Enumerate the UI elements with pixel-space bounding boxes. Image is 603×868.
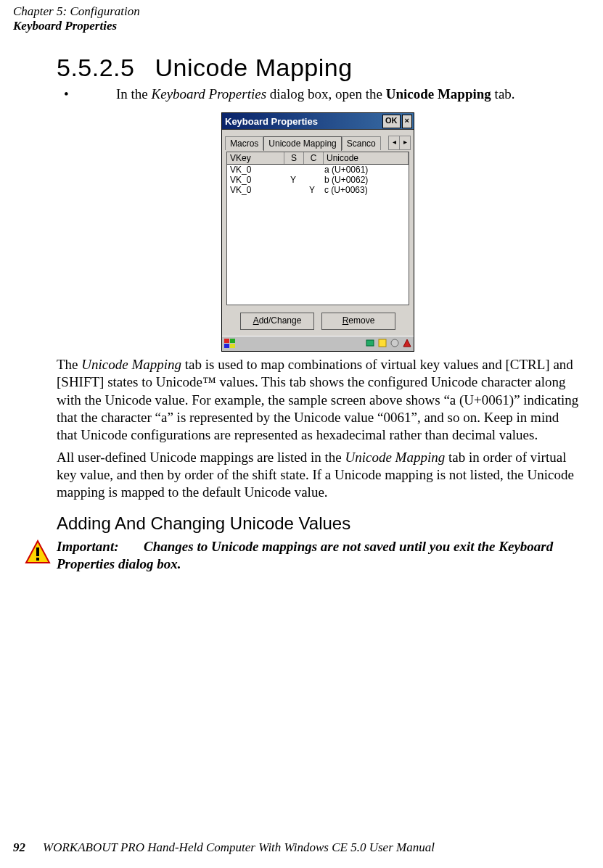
page-header: Chapter 5: Configuration Keyboard Proper… [13, 4, 140, 34]
col-unicode[interactable]: Unicode [324, 152, 409, 164]
svg-rect-7 [36, 547, 39, 556]
page-number: 92 [13, 840, 25, 854]
instruction-bullet: •In the Keyboard Properties dialog box, … [90, 86, 579, 102]
tab-macros[interactable]: Macros [225, 136, 263, 150]
chapter-line: Chapter 5: Configuration [13, 4, 140, 19]
important-note: Important:Changes to Unicode mappings ar… [25, 538, 579, 574]
svg-rect-4 [366, 340, 374, 346]
tray-icon[interactable] [365, 338, 375, 350]
important-text: Important:Changes to Unicode mappings ar… [57, 538, 579, 574]
list-header: VKey S C Unicode [227, 152, 409, 165]
svg-rect-3 [230, 344, 235, 348]
svg-rect-5 [379, 339, 386, 347]
tab-right-icon[interactable]: ▸ [399, 136, 410, 149]
col-shift[interactable]: S [284, 152, 304, 164]
footer-text: WORKABOUT PRO Hand-Held Computer With Wi… [43, 840, 435, 854]
tab-scancode[interactable]: Scanco [342, 136, 381, 150]
mapping-list: VKey S C Unicode VK_0 a (U+0061) VK_0 Y … [226, 152, 409, 305]
tray-icon[interactable] [390, 338, 400, 350]
paragraph-2: All user-defined Unicode mappings are li… [57, 449, 579, 502]
svg-rect-0 [224, 339, 229, 343]
bullet-dot: • [90, 86, 116, 102]
taskbar [222, 336, 414, 351]
tab-scroll-arrows[interactable]: ◂ ▸ [388, 136, 411, 150]
sub-heading: Adding And Changing Unicode Values [57, 513, 579, 534]
paragraph-1: The Unicode Mapping tab is used to map c… [57, 356, 579, 445]
start-icon[interactable] [223, 338, 237, 350]
tray-icon[interactable] [377, 338, 387, 350]
tab-unicode-mapping[interactable]: Unicode Mapping [263, 136, 341, 151]
list-row[interactable]: VK_0 Y c (U+0063) [227, 185, 409, 195]
ok-button[interactable]: OK [382, 115, 401, 128]
page-content: 5.5.2.5Unicode Mapping •In the Keyboard … [57, 54, 579, 573]
col-vkey[interactable]: VKey [227, 152, 284, 164]
section-heading: 5.5.2.5Unicode Mapping [57, 54, 579, 82]
tab-left-icon[interactable]: ◂ [389, 136, 399, 149]
col-ctrl[interactable]: C [304, 152, 324, 164]
section-line: Keyboard Properties [13, 19, 140, 33]
dialog-title: Keyboard Properties [225, 116, 318, 127]
svg-point-6 [391, 339, 398, 347]
svg-rect-8 [36, 558, 39, 561]
svg-rect-2 [224, 344, 229, 348]
close-button[interactable]: × [402, 115, 412, 128]
tray-icon[interactable] [402, 338, 412, 350]
keyboard-properties-dialog: Keyboard Properties OK × Macros Unicode … [221, 112, 414, 352]
section-number: 5.5.2.5 [57, 54, 134, 81]
page-footer: 92WORKABOUT PRO Hand-Held Computer With … [13, 840, 435, 855]
section-title: Unicode Mapping [155, 54, 352, 81]
dialog-titlebar: Keyboard Properties OK × [222, 113, 414, 130]
list-row[interactable]: VK_0 a (U+0061) [227, 165, 409, 175]
svg-rect-1 [230, 339, 235, 343]
dialog-buttons: Add/Change Remove [222, 310, 414, 336]
add-change-button[interactable]: Add/Change [240, 313, 314, 330]
dialog-tabs: Macros Unicode Mapping Scanco ◂ ▸ [222, 130, 414, 150]
remove-button[interactable]: Remove [321, 313, 395, 330]
system-tray [365, 338, 412, 350]
warning-icon [25, 540, 51, 566]
important-label: Important: [57, 538, 144, 555]
list-row[interactable]: VK_0 Y b (U+0062) [227, 175, 409, 185]
